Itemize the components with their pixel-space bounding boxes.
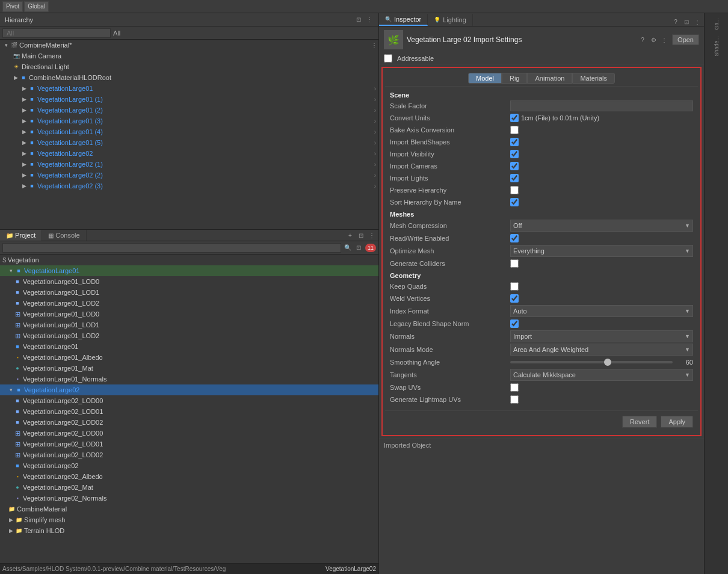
- hierarchy-item-vl02-3[interactable]: ▶ ■ VegetationLarge02 (3) ›: [0, 181, 378, 191]
- project-menu-icon[interactable]: ⋮: [368, 231, 376, 239]
- file-item-vl01-lod0-b[interactable]: ⊞ VegetationLarge01_LOD0: [0, 309, 378, 319]
- file-item-vl01-lod0-a[interactable]: ■ VegetationLarge01_LOD0: [0, 276, 378, 287]
- file-item-vl02-root[interactable]: ▾ ■ VegetationLarge02: [0, 384, 378, 395]
- normals-mode-dropdown[interactable]: Area And Angle Weighted ▼: [510, 344, 693, 356]
- import-blend-checkbox[interactable]: [510, 138, 519, 146]
- hierarchy-menu-icon[interactable]: ⋮: [365, 16, 374, 24]
- hierarchy-item-directionallight[interactable]: ☀ Directional Light: [0, 61, 378, 72]
- file-item-terrainhlod[interactable]: ▶ 📁 Terrain HLOD: [0, 525, 378, 536]
- hierarchy-item-vl02-1[interactable]: ▶ ■ VegetationLarge02 (1) ›: [0, 159, 378, 170]
- hierarchy-item-hlodroot[interactable]: ▶ ■ CombineMaterialHLODRoot: [0, 72, 378, 83]
- hierarchy-item-vl01-4[interactable]: ▶ ■ VegetationLarge01 (4) ›: [0, 126, 378, 137]
- file-item-vl01-lod1-b[interactable]: ⊞ VegetationLarge01_LOD1: [0, 319, 378, 330]
- tab-project[interactable]: 📁 Project: [0, 230, 42, 241]
- sort-hierarchy-checkbox[interactable]: [510, 198, 519, 206]
- settings-btn[interactable]: ⚙: [649, 35, 658, 44]
- import-visibility-checkbox[interactable]: [510, 150, 519, 158]
- file-item-vl01-mat[interactable]: ● VegetationLarge01_Mat: [0, 363, 378, 374]
- model-tab-rig[interactable]: Rig: [502, 73, 528, 84]
- far-right-ga[interactable]: Ga...: [712, 16, 721, 32]
- tab-inspector[interactable]: 🔍 Inspector: [379, 14, 428, 26]
- file-item-vl02-lod00[interactable]: ■ VegetationLarge02_LOD00: [0, 395, 378, 406]
- tab-lighting[interactable]: 💡 Lighting: [428, 14, 473, 26]
- read-write-checkbox[interactable]: [510, 234, 519, 242]
- mesh-compression-dropdown[interactable]: Off ▼: [510, 220, 693, 232]
- file-item-vl01-lod2-b[interactable]: ⊞ VegetationLarge01_LOD2: [0, 330, 378, 341]
- optimize-mesh-dropdown[interactable]: Everything ▼: [510, 245, 693, 257]
- revert-button[interactable]: Revert: [622, 416, 657, 428]
- file-item-vl01-lod2-a[interactable]: ■ VegetationLarge01_LOD2: [0, 298, 378, 309]
- slider-thumb[interactable]: [604, 359, 611, 366]
- file-item-combinematerial[interactable]: 📁 CombineMaterial: [0, 504, 378, 514]
- inspector-lock-icon[interactable]: ⊡: [682, 17, 691, 26]
- file-item-vl01-normals[interactable]: ▪ VegetationLarge01_Normals: [0, 374, 378, 384]
- project-filter-icon[interactable]: ⊡: [354, 244, 363, 252]
- file-item-vl02-albedo[interactable]: ▪ VegetationLarge02_Albedo: [0, 471, 378, 482]
- hierarchy-item-vl01[interactable]: ▶ ■ VegetationLarge01 ›: [0, 83, 378, 94]
- file-item-vl01-mesh[interactable]: ■ VegetationLarge01: [0, 341, 378, 352]
- swap-uvs-checkbox[interactable]: [510, 383, 519, 392]
- open-button[interactable]: Open: [672, 34, 699, 45]
- tangents-dropdown[interactable]: Calculate Mikktspace ▼: [510, 369, 693, 381]
- dots-icon[interactable]: ⋮: [371, 42, 377, 49]
- weld-vertices-checkbox[interactable]: [510, 294, 519, 303]
- project-search-input[interactable]: [2, 243, 341, 253]
- convert-units-checkbox[interactable]: [510, 114, 519, 122]
- far-right-shade[interactable]: Shade...: [712, 34, 721, 59]
- file-item-vl01-albedo[interactable]: ▪ VegetationLarge01_Albedo: [0, 352, 378, 363]
- cube-icon-vl01-4: ■: [28, 128, 36, 136]
- file-item-vl01-root[interactable]: ▾ ■ VegetationLarge01: [0, 265, 378, 276]
- project-badge[interactable]: 11: [365, 244, 376, 252]
- addressable-checkbox[interactable]: [384, 54, 392, 63]
- file-item-vl02-lod01[interactable]: ■ VegetationLarge02_LOD01: [0, 406, 378, 417]
- project-search-icon[interactable]: 🔍: [344, 244, 352, 252]
- hierarchy-item-vl01-2[interactable]: ▶ ■ VegetationLarge01 (2) ›: [0, 105, 378, 116]
- file-item-vegetation[interactable]: S Vegetation: [0, 255, 378, 265]
- toolbar-btn-pivot[interactable]: Pivot: [2, 1, 23, 12]
- keep-quads-checkbox[interactable]: [510, 282, 519, 291]
- model-tab-animation[interactable]: Animation: [527, 73, 572, 84]
- hierarchy-item-combinematerial[interactable]: ▾ 🎬 CombineMaterial* ⋮: [0, 40, 378, 51]
- file-item-vl02-lod02-b[interactable]: ⊞ VegetationLarge02_LOD02: [0, 449, 378, 460]
- hierarchy-lock-icon[interactable]: ⊡: [354, 16, 363, 24]
- project-add-icon[interactable]: +: [346, 231, 354, 239]
- legacy-blend-checkbox[interactable]: [510, 319, 519, 328]
- file-item-vl02-normals[interactable]: ▪ VegetationLarge02_Normals: [0, 493, 378, 504]
- prop-row-swap-uvs: Swap UVs: [390, 381, 693, 393]
- model-tab-model[interactable]: Model: [468, 73, 502, 84]
- inspector-help-icon[interactable]: ?: [671, 17, 680, 26]
- hierarchy-item-maincamera[interactable]: 📷 Main Camera: [0, 51, 378, 61]
- bake-axis-checkbox[interactable]: [510, 126, 519, 134]
- inspector-menu-icon[interactable]: ⋮: [693, 17, 702, 26]
- prop-row-optimize-mesh: Optimize Mesh Everything ▼: [390, 244, 693, 258]
- hierarchy-item-vl01-1[interactable]: ▶ ■ VegetationLarge01 (1) ›: [0, 94, 378, 105]
- overflow-btn[interactable]: ⋮: [660, 35, 668, 44]
- file-item-vl02-mesh[interactable]: ■ VegetationLarge02: [0, 460, 378, 471]
- normals-dropdown[interactable]: Import ▼: [510, 330, 693, 342]
- hierarchy-item-vl01-3[interactable]: ▶ ■ VegetationLarge01 (3) ›: [0, 116, 378, 126]
- index-format-dropdown[interactable]: Auto ▼: [510, 305, 693, 317]
- file-item-simplifymesh[interactable]: ▶ 📁 Simplify mesh: [0, 514, 378, 525]
- apply-button[interactable]: Apply: [661, 416, 693, 428]
- file-item-vl02-mat[interactable]: ● VegetationLarge02_Mat: [0, 482, 378, 493]
- import-cameras-checkbox[interactable]: [510, 162, 519, 170]
- tab-console[interactable]: ▦ Console: [42, 230, 86, 241]
- toolbar-btn-global[interactable]: Global: [24, 1, 49, 12]
- hierarchy-item-vl02-2[interactable]: ▶ ■ VegetationLarge02 (2) ›: [0, 170, 378, 181]
- hierarchy-search-input[interactable]: [2, 28, 111, 38]
- generate-colliders-checkbox[interactable]: [510, 259, 519, 268]
- hierarchy-item-vl01-5[interactable]: ▶ ■ VegetationLarge01 (5) ›: [0, 137, 378, 148]
- import-lights-checkbox[interactable]: [510, 174, 519, 182]
- preserve-hierarchy-checkbox[interactable]: [510, 186, 519, 194]
- generate-lightmap-checkbox[interactable]: [510, 395, 519, 404]
- help-btn[interactable]: ?: [638, 35, 647, 44]
- model-tab-materials[interactable]: Materials: [572, 73, 615, 84]
- file-item-vl01-lod1-a[interactable]: ■ VegetationLarge01_LOD1: [0, 287, 378, 298]
- slider-track-area[interactable]: [510, 359, 673, 366]
- file-item-vl02-lod02[interactable]: ■ VegetationLarge02_LOD02: [0, 417, 378, 428]
- hierarchy-item-vl02[interactable]: ▶ ■ VegetationLarge02 ›: [0, 148, 378, 159]
- file-item-vl02-lod00-b[interactable]: ⊞ VegetationLarge02_LOD00: [0, 428, 378, 439]
- file-item-vl02-lod01-b[interactable]: ⊞ VegetationLarge02_LOD01: [0, 439, 378, 449]
- project-lock-icon[interactable]: ⊡: [357, 231, 365, 239]
- scale-factor-input[interactable]: 1: [510, 100, 693, 111]
